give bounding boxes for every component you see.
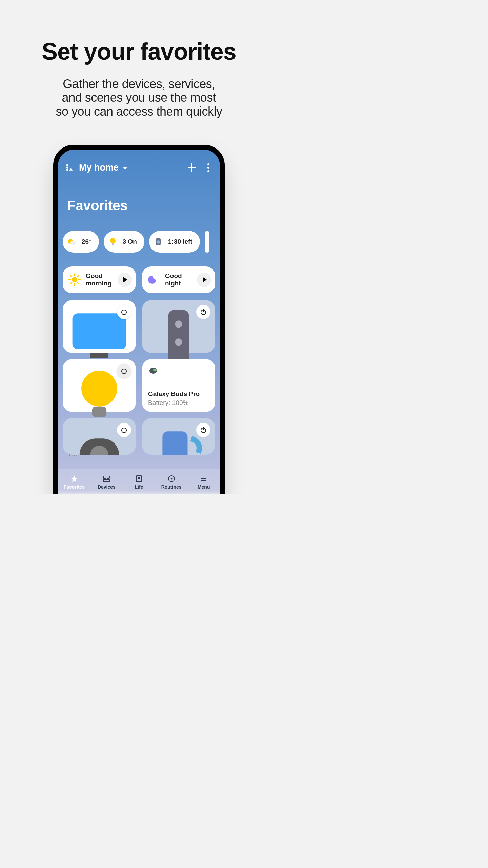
svg-point-32 — [153, 369, 157, 371]
smartthings-icon — [65, 163, 74, 172]
device-card-tv[interactable]: Living room TV On — [63, 300, 136, 353]
device-card-range[interactable]: Kitchen Range — [63, 418, 136, 455]
device-card-buds[interactable]: Galaxy Buds Pro Battery: 100% — [142, 359, 215, 412]
svg-line-17 — [77, 276, 79, 277]
lights-value: 3 On — [123, 238, 137, 245]
device-state: Battery: 100% — [148, 399, 209, 407]
phone-frame: My home Favorites 26° 3 On — [53, 145, 225, 494]
pill-peek[interactable] — [205, 231, 209, 253]
svg-rect-19 — [90, 353, 108, 358]
nav-label: Routines — [161, 484, 182, 490]
nav-label: Devices — [98, 484, 116, 490]
nav-label: Menu — [198, 484, 210, 490]
weather-pill[interactable]: 26° — [63, 231, 99, 253]
moon-icon — [147, 273, 160, 286]
menu-icon — [200, 475, 208, 483]
nav-menu[interactable]: Menu — [187, 469, 220, 494]
svg-rect-18 — [73, 313, 126, 349]
washer-value: 1:30 left — [168, 238, 192, 245]
washer-icon — [153, 237, 163, 247]
svg-point-27 — [81, 371, 117, 407]
device-card-light[interactable]: Living room Light On — [63, 359, 136, 412]
nav-favorites[interactable]: Favorites — [58, 469, 90, 494]
weather-icon — [67, 237, 77, 247]
power-button[interactable] — [196, 423, 210, 437]
promo-subtitle: Gather the devices, services, and scenes… — [0, 77, 278, 118]
weather-value: 26° — [82, 238, 92, 245]
svg-rect-42 — [107, 476, 109, 478]
nav-routines[interactable]: Routines — [155, 469, 188, 494]
promo-title: Set your favorites — [0, 38, 278, 65]
scene-label: Goodnight — [165, 272, 197, 287]
device-name: Galaxy Buds Pro — [148, 390, 209, 398]
earbuds-icon — [148, 365, 160, 377]
play-scene-button[interactable] — [118, 273, 132, 287]
nav-label: Favorites — [64, 484, 85, 490]
svg-line-14 — [70, 276, 72, 277]
nav-label: Life — [135, 484, 143, 490]
scene-label: Goodmorning — [86, 272, 118, 287]
svg-line-15 — [77, 282, 79, 284]
nav-devices[interactable]: Devices — [90, 469, 123, 494]
svg-line-16 — [70, 282, 72, 284]
bottom-nav: Favorites Devices Life Routines — [58, 469, 220, 494]
phone-screen: My home Favorites 26° 3 On — [58, 150, 220, 494]
svg-rect-6 — [112, 243, 114, 245]
life-icon — [135, 475, 143, 483]
routines-icon — [167, 475, 176, 483]
star-icon — [70, 475, 78, 483]
svg-point-0 — [67, 165, 68, 166]
svg-point-24 — [175, 338, 182, 346]
svg-rect-40 — [103, 476, 106, 478]
power-button[interactable] — [196, 305, 210, 319]
nav-life[interactable]: Life — [123, 469, 155, 494]
scene-good-night[interactable]: Goodnight — [142, 266, 215, 293]
power-button[interactable] — [117, 305, 131, 319]
svg-rect-28 — [92, 407, 106, 417]
bulb-icon — [108, 237, 118, 247]
power-button[interactable] — [117, 364, 131, 378]
section-title: Favorites — [58, 173, 220, 213]
play-scene-button[interactable] — [197, 273, 211, 287]
svg-rect-41 — [103, 479, 109, 482]
svg-point-2 — [67, 169, 68, 170]
svg-point-9 — [72, 277, 77, 282]
home-selector[interactable]: My home — [79, 162, 119, 173]
svg-point-4 — [70, 241, 76, 245]
lights-pill[interactable]: 3 On — [104, 231, 144, 253]
sun-icon — [68, 273, 81, 286]
svg-rect-22 — [168, 310, 189, 364]
chevron-down-icon[interactable] — [123, 167, 127, 170]
washer-pill[interactable]: 1:30 left — [149, 231, 200, 253]
device-card-purifier[interactable]: Bedroom Air purifier — [142, 418, 215, 455]
svg-rect-37 — [162, 431, 187, 455]
scene-good-morning[interactable]: Goodmorning — [63, 266, 136, 293]
more-menu-button[interactable] — [204, 163, 212, 172]
power-button[interactable] — [117, 423, 131, 437]
status-pill-row: 26° 3 On 1:30 left — [58, 213, 220, 253]
add-button[interactable] — [187, 163, 196, 172]
devices-icon — [102, 475, 110, 483]
svg-point-5 — [110, 238, 116, 243]
svg-point-23 — [175, 320, 182, 328]
svg-point-8 — [157, 240, 160, 244]
device-card-ac[interactable]: Living room Air conditioner Off — [142, 300, 215, 353]
svg-point-1 — [67, 167, 68, 168]
